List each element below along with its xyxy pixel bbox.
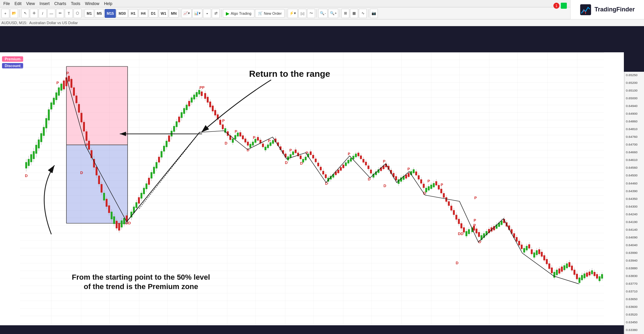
tf-m30[interactable]: M30 [116,9,128,18]
chart-fill-button[interactable]: ▪ [203,9,211,18]
svg-rect-408 [430,185,432,189]
svg-rect-109 [78,104,80,112]
svg-text:0.64350: 0.64350 [626,197,638,201]
pip-button[interactable]: |↕| [298,9,306,18]
svg-rect-93 [60,84,62,91]
wave-button[interactable]: 〜 [307,9,315,18]
pencil-tool[interactable]: ✏ [56,9,64,18]
svg-text:0.65200: 0.65200 [626,81,638,85]
svg-text:P: P [428,179,430,183]
svg-rect-105 [73,88,75,96]
text-tool[interactable]: T [65,9,73,18]
zoom-in-button[interactable]: 🔍+ [328,9,338,18]
svg-text:P: P [348,152,350,156]
svg-text:P: P [474,196,477,200]
svg-rect-190 [178,117,180,122]
algo-trading-button[interactable]: ▶ Algo Trading [223,9,254,18]
tf-m1[interactable]: M1 [85,9,94,18]
svg-rect-341 [352,156,354,159]
svg-rect-422 [448,201,450,206]
svg-text:0.64240: 0.64240 [626,212,638,216]
menu-help[interactable]: Help [102,1,114,7]
svg-rect-168 [151,172,153,178]
menu-tools[interactable]: Tools [69,1,82,7]
svg-rect-549 [601,274,603,278]
svg-rect-539 [589,272,591,275]
crosshair-tool[interactable]: ✛ [30,9,38,18]
menu-insert[interactable]: Insert [38,1,52,7]
menu-charts[interactable]: Charts [52,1,68,7]
svg-rect-158 [138,197,140,204]
svg-rect-211 [204,93,206,99]
tf-w1[interactable]: W1 [159,9,168,18]
notification-badge[interactable]: 1 [553,3,559,9]
svg-text:P: P [407,167,410,171]
chart-type-button[interactable]: 📈▾ [182,9,192,18]
svg-text:P: P [441,183,443,187]
chart-style-button[interactable]: 📊▾ [192,9,202,18]
svg-text:0.65000: 0.65000 [626,96,638,100]
svg-text:0.64610: 0.64610 [626,158,638,162]
tf-mn[interactable]: MN [169,9,179,18]
svg-rect-131 [103,193,105,200]
svg-text:0.64500: 0.64500 [626,174,638,177]
svg-rect-436 [463,227,465,232]
svg-rect-178 [163,146,165,152]
menu-file[interactable]: File [1,1,12,7]
svg-rect-426 [450,206,452,211]
price-scale: 0.65250 0.65200 0.65100 0.65000 0.64940 … [624,72,644,334]
svg-rect-333 [342,165,344,168]
tf-h1[interactable]: H1 [129,9,138,18]
svg-rect-209 [201,92,203,96]
new-order-button[interactable]: 🛒 New Order [255,9,285,18]
svg-text:0.63520: 0.63520 [626,313,638,316]
annotation-premium-zone: From the starting point to the 50% level… [47,273,235,292]
svg-rect-66 [28,159,30,166]
svg-rect-377 [395,176,397,180]
svg-text:P: P [473,223,476,227]
svg-rect-170 [153,167,155,174]
svg-text:P: P [222,119,225,123]
svg-rect-529 [576,274,578,279]
grid-button[interactable]: ⊞ [341,9,349,18]
shape-tool[interactable]: ⬡ [73,9,82,18]
toolbar: + 📂 ↖ ✛ / — ✏ T ⬡ M1 M5 M15 M30 H1 H4 D1… [0,7,644,19]
svg-rect-317 [325,174,327,178]
tf-m15[interactable]: M15 [105,9,116,18]
svg-rect-256 [254,139,256,143]
svg-rect-511 [553,272,555,278]
status-indicator [561,3,567,9]
open-button[interactable]: 📂 [10,9,18,18]
svg-text:P: P [56,81,59,85]
tf-d1[interactable]: D1 [149,9,158,18]
svg-rect-246 [244,138,246,142]
svg-text:PP: PP [200,86,205,90]
hline-tool[interactable]: — [47,9,55,18]
chart-area[interactable]: Premium Discount [0,52,624,325]
menu-window[interactable]: Window [83,1,101,7]
volume-button[interactable]: ▦ [350,9,358,18]
svg-rect-521 [566,264,568,268]
new-chart-button[interactable]: + [1,9,9,18]
screenshot-button[interactable]: 📷 [370,9,378,18]
tf-m5[interactable]: M5 [95,9,104,18]
svg-rect-207 [198,90,200,94]
svg-text:P: P [383,159,386,163]
svg-text:0.64300: 0.64300 [626,205,638,208]
svg-text:0.63380: 0.63380 [626,328,638,332]
svg-rect-315 [322,171,324,174]
svg-rect-503 [543,255,545,260]
indicator2-button[interactable]: ∿ [359,9,367,18]
indicator-button[interactable]: ⚡▾ [288,9,298,18]
menu-view[interactable]: View [24,1,37,7]
cursor-tool[interactable]: ↖ [21,9,29,18]
svg-rect-513 [556,270,558,275]
zoom-out-button[interactable]: 🔍- [318,9,328,18]
chart-sync-button[interactable]: ⇄ [212,9,220,18]
svg-rect-286 [290,154,292,158]
line-tool[interactable]: / [39,9,47,18]
menu-edit[interactable]: Edit [12,1,23,7]
svg-rect-64 [25,162,27,168]
svg-rect-434 [460,223,462,228]
tf-h4[interactable]: H4 [139,9,148,18]
